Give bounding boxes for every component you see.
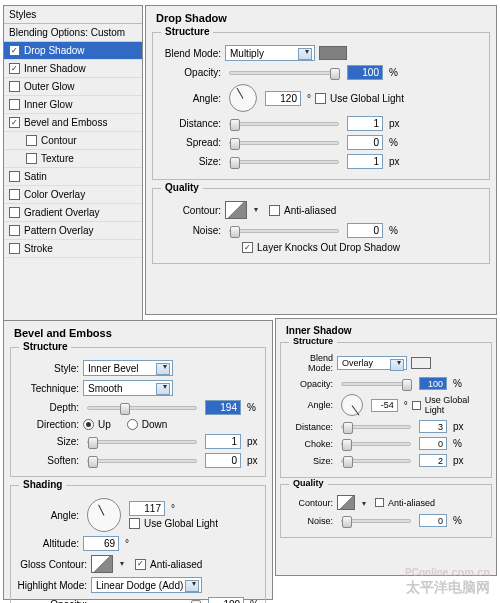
opacity-input[interactable]: 100 xyxy=(347,65,383,80)
style-checkbox[interactable] xyxy=(9,99,20,110)
style-item-gradient-overlay[interactable]: Gradient Overlay xyxy=(4,204,142,222)
choke-slider[interactable] xyxy=(341,442,411,446)
size-slider[interactable] xyxy=(341,459,411,463)
spread-input[interactable]: 0 xyxy=(347,135,383,150)
anti-aliased-checkbox[interactable] xyxy=(375,498,384,507)
style-item-satin[interactable]: Satin xyxy=(4,168,142,186)
choke-input[interactable]: 0 xyxy=(419,437,447,450)
shadow-color-swatch[interactable] xyxy=(411,357,431,369)
angle-dial[interactable] xyxy=(341,394,363,416)
spread-slider[interactable] xyxy=(229,141,339,145)
style-checkbox[interactable] xyxy=(9,189,20,200)
depth-slider[interactable] xyxy=(87,406,197,410)
use-global-light-checkbox[interactable] xyxy=(412,401,421,410)
pct-unit: % xyxy=(389,67,398,78)
angle-input[interactable]: -54 xyxy=(371,399,398,412)
size-input[interactable]: 1 xyxy=(347,154,383,169)
style-item-pattern-overlay[interactable]: Pattern Overlay xyxy=(4,222,142,240)
style-checkbox[interactable] xyxy=(9,207,20,218)
angle-altitude-dial[interactable] xyxy=(87,498,121,532)
deg-unit: ° xyxy=(125,538,129,549)
blend-mode-label: Blend Mode: xyxy=(285,353,333,373)
angle-input[interactable]: 117 xyxy=(129,501,165,516)
style-checkbox[interactable] xyxy=(9,225,20,236)
style-item-outer-glow[interactable]: Outer Glow xyxy=(4,78,142,96)
highlight-mode-select[interactable]: Linear Dodge (Add) xyxy=(91,577,202,593)
style-checkbox[interactable] xyxy=(9,45,20,56)
soften-slider[interactable] xyxy=(87,459,197,463)
soften-input[interactable]: 0 xyxy=(205,453,241,468)
size-label: Size: xyxy=(285,456,333,466)
size-input[interactable]: 1 xyxy=(205,434,241,449)
technique-select[interactable]: Smooth xyxy=(83,380,173,396)
style-checkbox[interactable] xyxy=(9,243,20,254)
deg-unit: ° xyxy=(307,93,311,104)
style-item-inner-shadow[interactable]: Inner Shadow xyxy=(4,60,142,78)
style-item-color-overlay[interactable]: Color Overlay xyxy=(4,186,142,204)
direction-down-radio[interactable] xyxy=(127,419,138,430)
style-item-contour[interactable]: Contour xyxy=(4,132,142,150)
opacity-slider[interactable] xyxy=(341,382,411,386)
blending-options-row[interactable]: Blending Options: Custom xyxy=(4,24,142,42)
anti-aliased-checkbox[interactable] xyxy=(135,559,146,570)
style-item-texture[interactable]: Texture xyxy=(4,150,142,168)
distance-slider[interactable] xyxy=(341,425,411,429)
noise-input[interactable]: 0 xyxy=(347,223,383,238)
size-slider[interactable] xyxy=(87,440,197,444)
direction-up-radio[interactable] xyxy=(83,419,94,430)
style-checkbox[interactable] xyxy=(9,171,20,182)
angle-label: Angle: xyxy=(285,400,333,410)
style-checkbox[interactable] xyxy=(26,135,37,146)
watermark-cn: 太平洋电脑网 xyxy=(406,579,490,597)
depth-input[interactable]: 194 xyxy=(205,400,241,415)
up-label: Up xyxy=(98,419,111,430)
style-checkbox[interactable] xyxy=(9,63,20,74)
quality-legend: Quality xyxy=(289,478,328,488)
shadow-color-swatch[interactable] xyxy=(319,46,347,60)
px-unit: px xyxy=(389,156,400,167)
inner-shadow-title: Inner Shadow xyxy=(276,319,496,336)
px-unit: px xyxy=(453,455,464,466)
opacity-slider[interactable] xyxy=(229,71,339,75)
style-item-drop-shadow[interactable]: Drop Shadow xyxy=(4,42,142,60)
distance-input[interactable]: 1 xyxy=(347,116,383,131)
layer-knockout-checkbox[interactable] xyxy=(242,242,253,253)
altitude-input[interactable]: 69 xyxy=(83,536,119,551)
blend-mode-select[interactable]: Overlay xyxy=(337,356,407,370)
be-shading: Shading Angle:117°Use Global Light Altit… xyxy=(10,485,266,603)
style-item-stroke[interactable]: Stroke xyxy=(4,240,142,258)
blend-mode-select[interactable]: Multiply xyxy=(225,45,315,61)
style-checkbox[interactable] xyxy=(9,81,20,92)
style-select[interactable]: Inner Bevel xyxy=(83,360,173,376)
distance-slider[interactable] xyxy=(229,122,339,126)
style-label: Inner Glow xyxy=(24,99,72,110)
use-global-light-checkbox[interactable] xyxy=(315,93,326,104)
soften-label: Soften: xyxy=(17,455,79,466)
noise-input[interactable]: 0 xyxy=(419,514,447,527)
opacity-input[interactable]: 100 xyxy=(419,377,447,390)
anti-aliased-label: Anti-aliased xyxy=(388,498,435,508)
highlight-opacity-input[interactable]: 100 xyxy=(208,597,244,603)
noise-slider[interactable] xyxy=(341,519,411,523)
anti-aliased-checkbox[interactable] xyxy=(269,205,280,216)
style-checkbox[interactable] xyxy=(26,153,37,164)
noise-label: Noise: xyxy=(285,516,333,526)
use-global-light-checkbox[interactable] xyxy=(129,518,140,529)
size-input[interactable]: 2 xyxy=(419,454,447,467)
deg-unit: ° xyxy=(404,400,408,411)
distance-input[interactable]: 3 xyxy=(419,420,447,433)
style-item-inner-glow[interactable]: Inner Glow xyxy=(4,96,142,114)
noise-slider[interactable] xyxy=(229,229,339,233)
deg-unit: ° xyxy=(171,503,175,514)
contour-picker[interactable] xyxy=(337,495,355,510)
style-checkbox[interactable] xyxy=(9,117,20,128)
angle-dial[interactable] xyxy=(229,84,257,112)
style-item-bevel-and-emboss[interactable]: Bevel and Emboss xyxy=(4,114,142,132)
px-unit: px xyxy=(247,436,258,447)
gloss-contour-picker[interactable] xyxy=(91,555,113,573)
contour-picker[interactable] xyxy=(225,201,247,219)
angle-input[interactable]: 120 xyxy=(265,91,301,106)
size-slider[interactable] xyxy=(229,160,339,164)
bevel-emboss-panel: Bevel and Emboss Structure Style:Inner B… xyxy=(3,320,273,600)
gloss-contour-label: Gloss Contour: xyxy=(17,559,87,570)
